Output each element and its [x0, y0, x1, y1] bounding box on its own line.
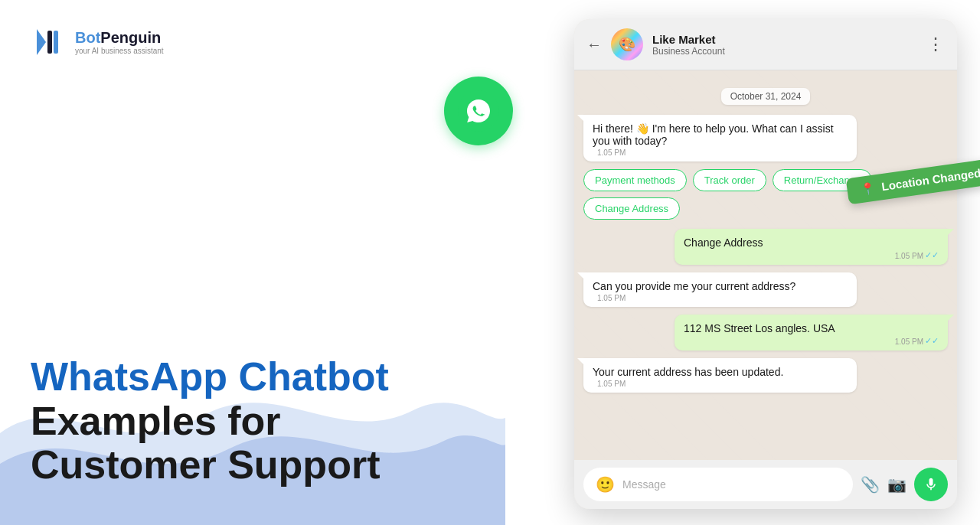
svg-rect-2	[54, 31, 58, 54]
logo-penguin: Penguin	[100, 29, 161, 46]
heading-line1: WhatsApp Chatbot	[31, 355, 444, 399]
message-time: 1.05 PM	[597, 380, 626, 388]
chat-header: ← 🎨 Like Market Business Account ⋮	[574, 19, 957, 70]
read-ticks: ✓✓	[925, 336, 939, 346]
message-meta: 1.05 PM ✓✓	[684, 336, 939, 346]
mic-button[interactable]	[914, 468, 948, 501]
message-meta: 1.05 PM	[593, 294, 848, 302]
whatsapp-icon-circle	[444, 77, 513, 145]
date-text: October 31, 2024	[721, 88, 811, 105]
message-input-area[interactable]: 🙂 Message	[583, 468, 853, 501]
message-ask-address: Can you provide me your current address?…	[583, 272, 857, 307]
logo-bot: Bot	[75, 29, 100, 46]
heading-line3: Customer Support	[31, 443, 444, 487]
message-time: 1.05 PM	[895, 252, 923, 260]
read-ticks: ✓✓	[925, 250, 939, 260]
logo-icon	[31, 23, 69, 61]
emoji-icon[interactable]: 🙂	[596, 475, 615, 494]
logo-text: BotPenguin your AI business assistant	[75, 30, 164, 55]
message-text: Change Address	[684, 236, 763, 249]
message-time: 1.05 PM	[597, 148, 626, 157]
main-heading: WhatsApp Chatbot Examples for Customer S…	[31, 355, 444, 487]
chat-body[interactable]: October 31, 2024 Hi there! 👋 I'm here to…	[574, 70, 957, 460]
qr-track-order[interactable]: Track order	[693, 169, 766, 191]
message-time: 1.05 PM	[895, 338, 923, 346]
chat-window: ← 🎨 Like Market Business Account ⋮ Octob…	[574, 19, 957, 509]
message-text: Hi there! 👋 I'm here to help you. What c…	[593, 122, 848, 147]
message-change-address: Change Address 1.05 PM ✓✓	[675, 229, 948, 265]
left-panel: BotPenguin your AI business assistant Wh…	[0, 0, 475, 525]
header-name: Like Market	[652, 33, 918, 46]
message-text: Your current address has been updated.	[593, 366, 848, 378]
pin-icon: 📍	[861, 181, 877, 196]
message-meta: 1.05 PM	[593, 148, 848, 157]
qr-payment-methods[interactable]: Payment methods	[583, 169, 687, 191]
message-meta: 1.05 PM ✓✓	[684, 250, 939, 260]
logo-name: BotPenguin	[75, 30, 164, 45]
svg-rect-1	[47, 31, 52, 54]
message-address: 112 MS Street Los angles. USA 1.05 PM ✓✓	[675, 315, 948, 351]
more-options-button[interactable]: ⋮	[927, 34, 945, 54]
chat-footer: 🙂 Message 📎 📷	[574, 460, 957, 509]
avatar: 🎨	[611, 28, 643, 60]
date-badge: October 31, 2024	[583, 89, 948, 103]
message-greeting: Hi there! 👋 I'm here to help you. What c…	[583, 115, 857, 161]
logo-tagline: your AI business assistant	[75, 47, 164, 55]
message-text: 112 MS Street Los angles. USA	[684, 322, 835, 334]
message-placeholder: Message	[622, 478, 841, 491]
svg-marker-0	[37, 29, 46, 55]
heading-line2: Examples for	[31, 399, 444, 443]
header-info: Like Market Business Account	[652, 33, 918, 57]
message-time: 1.05 PM	[597, 294, 626, 302]
camera-icon[interactable]: 📷	[887, 475, 906, 494]
avatar-image: 🎨	[611, 28, 643, 60]
message-updated: Your current address has been updated. 1…	[583, 358, 857, 393]
header-sub: Business Account	[652, 46, 918, 57]
attachment-icon[interactable]: 📎	[861, 475, 880, 494]
message-text: Can you provide me your current address?	[593, 280, 848, 292]
message-meta: 1.05 PM	[593, 380, 848, 388]
back-button[interactable]: ←	[586, 36, 602, 54]
logo-area: BotPenguin your AI business assistant	[31, 23, 444, 61]
qr-change-address[interactable]: Change Address	[583, 197, 680, 220]
